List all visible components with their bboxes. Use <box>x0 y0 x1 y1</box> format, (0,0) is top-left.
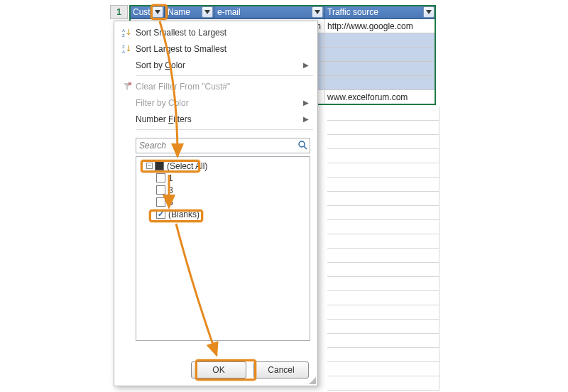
menu-sort-descending[interactable]: ZA Sort Largest to Smallest <box>114 40 317 57</box>
menu-separator <box>136 75 313 76</box>
cell-traffic[interactable] <box>324 48 436 62</box>
checkbox-checked[interactable] <box>156 209 165 219</box>
column-header-traffic[interactable]: Traffic source <box>324 5 436 19</box>
svg-text:Z: Z <box>122 45 125 49</box>
chevron-down-icon <box>204 10 210 14</box>
checkbox[interactable] <box>156 185 165 195</box>
svg-text:A: A <box>122 28 125 33</box>
sort-desc-icon: ZA <box>119 44 136 54</box>
column-header-name-label: Name <box>168 7 190 17</box>
menu-label: Number Filters <box>136 114 303 124</box>
checkbox[interactable] <box>156 197 165 207</box>
filter-item-label: 5 <box>168 197 173 207</box>
column-header-email[interactable]: e-mail <box>214 5 324 19</box>
menu-number-filters[interactable]: Number Filters ▶ <box>114 111 317 127</box>
chevron-down-icon <box>155 10 160 14</box>
table-header-row: Cust# Name e-mail Traffic source <box>129 5 444 19</box>
column-header-email-label: e-mail <box>217 7 241 17</box>
menu-filter-by-color: Filter by Color ▶ <box>114 94 317 111</box>
filter-item[interactable]: 5 <box>156 196 305 208</box>
filter-item-label: 1 <box>168 173 173 183</box>
filter-dropdown-name[interactable] <box>202 6 213 18</box>
filter-search <box>136 138 310 153</box>
filter-search-input[interactable] <box>136 138 310 153</box>
column-header-name[interactable]: Name <box>165 5 214 19</box>
cell-traffic[interactable] <box>324 62 436 76</box>
checkbox[interactable] <box>156 173 165 183</box>
menu-label: Sort Largest to Smallest <box>136 44 313 54</box>
filter-dropdown-email[interactable] <box>312 6 323 18</box>
tree-collapse-icon[interactable]: – <box>146 163 153 169</box>
filter-menu: AZ Sort Smallest to Largest ZA Sort Larg… <box>114 21 317 135</box>
filter-item-label: 3 <box>168 185 173 195</box>
filter-item-label: (Blanks) <box>168 209 200 219</box>
filter-dropdown-cust[interactable] <box>152 6 163 18</box>
dialog-buttons: OK Cancel <box>191 361 309 379</box>
cell-traffic[interactable]: http://www.google.com <box>324 19 436 33</box>
filter-values-list[interactable]: – (Select All) 1 3 5 (Blanks) <box>136 156 310 341</box>
filter-item[interactable]: 3 <box>156 184 305 196</box>
menu-label: Sort by Color <box>136 60 303 70</box>
filter-item-blanks[interactable]: (Blanks) <box>156 208 305 220</box>
menu-label: Sort Smallest to Largest <box>136 28 313 38</box>
filter-item-label: (Select All) <box>167 161 207 171</box>
menu-sort-ascending[interactable]: AZ Sort Smallest to Largest <box>114 24 317 40</box>
menu-clear-filter: Clear Filter From "Cust#" <box>114 78 317 94</box>
submenu-arrow-icon: ▶ <box>303 115 313 123</box>
chevron-down-icon <box>315 10 320 14</box>
sort-asc-icon: AZ <box>119 28 136 38</box>
checkbox-indeterminate[interactable] <box>155 161 164 170</box>
column-header-cust[interactable]: Cust# <box>129 5 165 19</box>
svg-point-4 <box>299 141 305 147</box>
filter-item[interactable]: 1 <box>156 172 305 184</box>
cell-traffic[interactable]: www.excelforum.com <box>324 90 436 104</box>
column-header-traffic-label: Traffic source <box>327 7 378 17</box>
cell-traffic[interactable] <box>324 33 436 48</box>
submenu-arrow-icon: ▶ <box>303 61 313 69</box>
resize-grip-icon[interactable] <box>309 377 316 384</box>
filter-dropdown-traffic[interactable] <box>423 6 435 18</box>
search-icon <box>297 140 307 152</box>
svg-text:Z: Z <box>122 33 125 38</box>
filter-item-select-all[interactable]: – (Select All) <box>146 160 305 172</box>
cancel-button[interactable]: Cancel <box>253 361 309 379</box>
svg-text:A: A <box>122 50 125 54</box>
autofilter-dropdown-panel: AZ Sort Smallest to Largest ZA Sort Larg… <box>114 21 318 386</box>
clear-filter-icon <box>119 82 136 92</box>
menu-label: Filter by Color <box>136 98 303 108</box>
cell-traffic[interactable] <box>324 76 436 90</box>
chevron-down-icon <box>426 10 432 14</box>
menu-separator <box>136 129 313 130</box>
row-number-1[interactable]: 1 <box>110 5 128 19</box>
ok-button[interactable]: OK <box>191 361 246 379</box>
menu-label: Clear Filter From "Cust#" <box>136 82 313 92</box>
menu-sort-by-color[interactable]: Sort by Color ▶ <box>114 57 317 73</box>
submenu-arrow-icon: ▶ <box>303 99 313 107</box>
empty-grid <box>327 107 439 391</box>
